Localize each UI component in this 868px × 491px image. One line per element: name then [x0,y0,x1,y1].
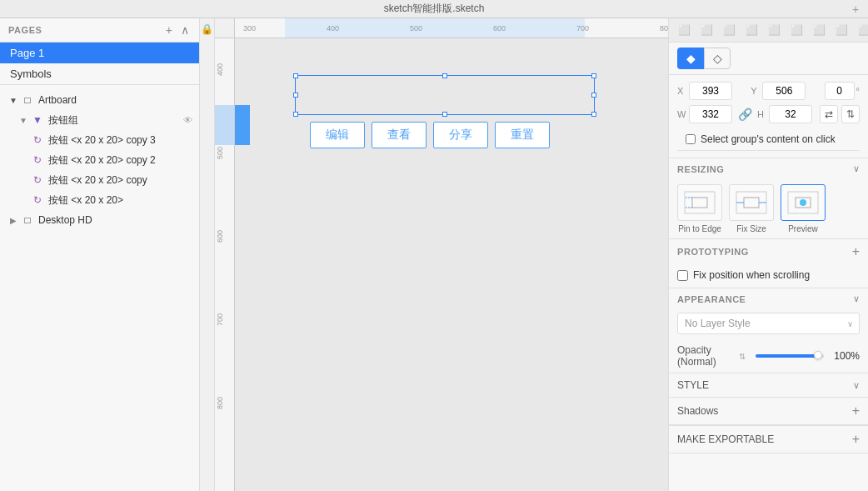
handle-tl[interactable] [293,73,298,78]
align-center-h-btn[interactable]: ⬜ [696,22,717,38]
pin-to-edge-label: Pin to Edge [678,224,721,233]
fix-size-option[interactable]: Fix Size [729,184,774,233]
y-input[interactable] [762,82,806,100]
ruler-corner [215,18,235,38]
rotation-group: ° [825,82,860,100]
style-section-header[interactable]: STYLE ∨ [669,373,868,398]
select-group-checkbox[interactable] [686,134,696,144]
flip-h-btn[interactable]: ⇄ [820,105,838,123]
opacity-slider-thumb[interactable] [814,351,822,359]
shadows-add-icon[interactable]: + [852,403,860,418]
appearance-section-header[interactable]: APPEARANCE ∨ [669,288,868,309]
btncopy2-label: 按钮 <x 20 x 20> copy 2 [48,153,192,168]
opacity-slider[interactable] [756,354,824,358]
layer-row-btncopy3[interactable]: ↻ 按钮 <x 20 x 20> copy 3 [0,130,199,150]
layer-row-btncopy2[interactable]: ↻ 按钮 <x 20 x 20> copy 2 [0,150,199,170]
align-right-btn[interactable]: ⬜ [719,22,740,38]
ruler-v-label: 500 [216,147,224,159]
handle-bl[interactable] [293,112,298,117]
lock-column: 🔒 [200,18,215,491]
align-left-btn[interactable]: ⬜ [674,22,695,38]
ruler-vertical: 400 500 600 700 800 [215,38,235,491]
desktop-label: Desktop HD [38,214,192,226]
make-exportable-add-icon[interactable]: + [852,432,860,447]
layer-row-btn[interactable]: ↻ 按钮 <x 20 x 20> [0,190,199,210]
title-bar: sketch智能排版.sketch + [0,0,868,18]
fix-position-label: Fix position when scrolling [693,269,810,281]
x-input[interactable] [689,82,732,100]
prototyping-section-header[interactable]: PROTOTYPING + [669,238,868,264]
layer-row-artboard[interactable]: ▼ □ Artboard [0,90,199,110]
collapse-pages-button[interactable]: ∧ [179,23,191,37]
style-title: STYLE [677,379,709,391]
flip-v-btn[interactable]: ⇅ [841,105,860,123]
canvas-btn-share[interactable]: 分享 [433,122,488,148]
lock-icon: 🔒 [201,23,213,35]
canvas-btn-reset[interactable]: 重置 [495,122,550,148]
style-toggle-icon[interactable]: ∨ [853,380,860,391]
border-style-tab[interactable]: ◇ [704,48,731,69]
handle-bm[interactable] [442,112,447,117]
align-top-btn[interactable]: ⬜ [741,22,762,38]
appearance-toggle-icon[interactable]: ∨ [853,293,860,304]
prototyping-add-icon[interactable]: + [852,244,860,259]
fix-size-box[interactable] [729,184,774,221]
add-page-button[interactable]: + [164,23,174,37]
pin-to-edge-option[interactable]: Pin to Edge [677,184,722,233]
x-input-group: X [677,82,747,100]
h-input[interactable] [769,105,812,123]
canvas-buttons-group: 编辑 查看 分享 重置 [310,122,550,148]
canvas-content[interactable]: 编辑 查看 分享 重置 [235,38,668,491]
shadows-row[interactable]: Shadows + [669,398,868,425]
handle-tm[interactable] [442,73,447,78]
component-icon: ↻ [30,173,45,188]
expand-icon[interactable]: ▼ [7,93,20,107]
make-exportable-title: MAKE EXPORTABLE [677,433,774,445]
align-bottom-btn[interactable]: ⬜ [786,22,807,38]
rotation-input[interactable] [825,82,855,100]
distribute-h-btn[interactable]: ⬜ [809,22,830,38]
expand-icon[interactable]: ▼ [17,113,30,127]
preview-option[interactable]: Preview [781,184,826,233]
more-btn[interactable]: ⬜ [854,22,868,38]
btncopy-label: 按钮 <x 20 x 20> copy [48,173,192,188]
handle-ml[interactable] [293,93,298,98]
y-input-group: Y [751,82,821,100]
handle-mr[interactable] [591,93,596,98]
h-label: H [757,109,767,119]
w-input[interactable] [689,105,732,123]
page-item-symbols[interactable]: Symbols [0,63,199,84]
layer-style-wrapper[interactable]: No Layer Style ∨ [677,313,860,334]
canvas-area[interactable]: 300 400 500 600 700 800 400 500 600 700 … [215,18,668,491]
make-exportable-row[interactable]: MAKE EXPORTABLE + [669,425,868,453]
layer-style-select[interactable]: No Layer Style [677,313,860,334]
canvas-btn-edit[interactable]: 编辑 [310,122,365,148]
resizing-toggle-icon[interactable]: ∨ [853,163,860,174]
layer-row-btngroup[interactable]: ▼ ▼ 按钮组 👁 [0,110,199,130]
align-toolbar-group: ⬜ ⬜ ⬜ ⬜ ⬜ ⬜ ⬜ ⬜ ⬜ [674,22,868,38]
folder-icon: ▼ [30,113,45,128]
handle-br[interactable] [591,112,596,117]
fix-position-row: Fix position when scrolling [669,264,868,288]
resizing-section-header[interactable]: RESIZING ∨ [669,158,868,179]
close-icon[interactable]: + [850,3,861,15]
distribute-v-btn[interactable]: ⬜ [831,22,852,38]
pin-to-edge-box[interactable] [677,184,722,221]
visibility-icon[interactable]: 👁 [183,115,192,125]
left-panel: PAGES + ∧ Page 1 Symbols ▼ □ [0,18,200,491]
expand-icon[interactable]: ▶ [7,213,20,227]
handle-tr[interactable] [591,73,596,78]
layer-row-btncopy[interactable]: ↻ 按钮 <x 20 x 20> copy [0,170,199,190]
artboard-icon: □ [20,213,35,228]
layer-row-desktop[interactable]: ▶ □ Desktop HD [0,210,199,230]
fix-position-checkbox[interactable] [677,270,688,281]
prototyping-title: PROTOTYPING [677,247,749,257]
align-center-v-btn[interactable]: ⬜ [764,22,785,38]
opacity-adjust-icon[interactable]: ⇅ [739,352,746,361]
ruler-v-label: 700 [216,313,224,326]
canvas-btn-view[interactable]: 查看 [372,122,427,148]
link-proportions-icon[interactable]: 🔗 [738,108,752,121]
page-item-page1[interactable]: Page 1 [0,43,199,63]
fill-style-tab[interactable]: ◆ [677,48,704,69]
preview-box[interactable] [781,184,826,221]
